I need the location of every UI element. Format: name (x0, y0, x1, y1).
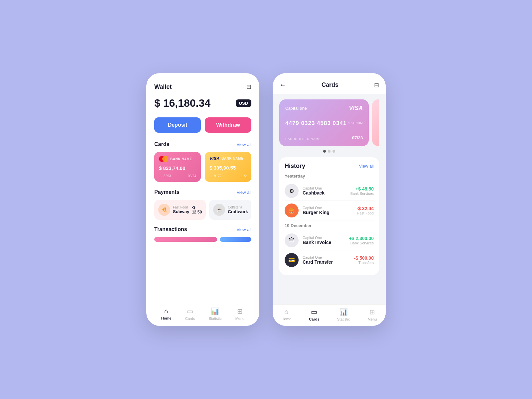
card-visa[interactable]: VISA BANK NAME $ 335,90.55 .... 9172 11/… (205, 152, 251, 182)
dot-1 (323, 150, 326, 153)
cards-content: Capital one VISA 4479 0323 4583 0341 PLA… (273, 94, 386, 304)
card2-bank: BANK NAME (221, 157, 243, 160)
card-network: VISA (349, 105, 363, 112)
cardtransfer-category: Transfers (354, 261, 374, 265)
subway-category: Fast Food (173, 205, 189, 209)
currency-badge: USD (236, 99, 251, 107)
transactions-view-all[interactable]: View all (236, 227, 251, 232)
home-icon: ⌂ (164, 307, 168, 315)
right-cards-icon: ▭ (311, 308, 317, 316)
nav-cards-label: Cards (185, 317, 195, 321)
balance-row: $ 16,180.34 USD (154, 97, 251, 109)
bar-blue (220, 237, 251, 242)
cashback-icon: ⚙ (285, 184, 299, 198)
card1-expiry: 06/24 (188, 174, 196, 178)
right-nav-menu[interactable]: ⊞ Menu (368, 308, 377, 321)
craftwork-name: Craftwork (228, 209, 248, 214)
bankinvoice-company: Capital One (303, 236, 345, 240)
right-home-icon: ⌂ (284, 308, 288, 316)
card-2-preview[interactable] (372, 99, 379, 146)
dot-3 (332, 150, 335, 153)
withdraw-button[interactable]: Withdraw (205, 117, 251, 133)
right-nav-statistic[interactable]: 📊 Statistic (337, 308, 350, 321)
payments-section-title: Payments (154, 189, 180, 195)
cards-icon: ▭ (187, 307, 193, 315)
transactions-bars (154, 237, 251, 242)
cashback-category: Bank Services (350, 192, 374, 196)
nav-menu[interactable]: ⊞ Menu (235, 307, 245, 321)
nav-cards[interactable]: ▭ Cards (185, 307, 195, 321)
card2-expiry: 11/2 (240, 174, 247, 178)
cards-section-header: Cards View all (154, 141, 251, 147)
right-statistic-icon: 📊 (339, 308, 348, 316)
card-number: 4479 0323 4583 0341 (285, 120, 346, 127)
card2-amount: $ 335,90.55 (209, 165, 247, 171)
history-view-all[interactable]: View all (359, 164, 374, 169)
payments-section-header: Payments View all (154, 189, 251, 195)
wallet-screen: Wallet ⊟ $ 16,180.34 USD Deposit Withdra… (146, 73, 259, 326)
nav-statistic[interactable]: 📊 Statistic (209, 307, 222, 321)
payments-row: 🍕 Fast Food Subway -$ 12,50 ☕ Coffeteria… (154, 200, 251, 220)
payments-view-all[interactable]: View all (236, 190, 251, 195)
card1-amount: $ 823,74.00 (159, 165, 196, 171)
subway-amount: -$ 12,50 (192, 205, 202, 214)
cardtransfer-icon: 💳 (285, 253, 299, 267)
transactions-section: Transactions View all (154, 226, 251, 242)
right-nav-home[interactable]: ⌂ Home (282, 308, 291, 321)
subway-icon: 🍕 (158, 204, 170, 216)
right-nav-cards[interactable]: ▭ Cards (309, 308, 319, 321)
cardtransfer-name: Card Transfer (303, 259, 350, 265)
history-cardtransfer: 💳 Capital One Card Transfer -$ 500.00 Tr… (285, 250, 374, 270)
right-nav-menu-label: Menu (368, 317, 377, 321)
balance-amount: $ 16,180.34 (154, 97, 210, 109)
cashback-company: Capital One (303, 186, 346, 190)
subway-name: Subway (173, 209, 189, 214)
history-burgerking: 🍔 Capital One Burger King -$ 32.44 Fast … (285, 201, 374, 220)
filter-icon[interactable]: ⊟ (246, 83, 251, 90)
cards-section-title: Cards (154, 141, 169, 147)
payment-craftwork[interactable]: ☕ Coffeteria Craftwork (209, 200, 251, 220)
bankinvoice-icon: 🏛 (285, 233, 299, 247)
burgerking-name: Burger King (303, 210, 353, 215)
big-card-container: Capital one VISA 4479 0323 4583 0341 PLA… (279, 99, 379, 146)
bankinvoice-amount: +$ 2,300.00 (349, 236, 374, 241)
screens-container: Wallet ⊟ $ 16,180.34 USD Deposit Withdra… (146, 73, 386, 326)
dot-2 (328, 150, 331, 153)
bar-pink (154, 237, 217, 242)
history-bankinvoice: 🏛 Capital One Bank Invoice +$ 2,300.00 B… (285, 231, 374, 250)
deposit-button[interactable]: Deposit (154, 117, 201, 133)
nav-menu-label: Menu (235, 317, 245, 321)
back-button[interactable]: ← (279, 81, 286, 89)
transactions-title: Transactions (154, 226, 187, 232)
history-cashback: ⚙ Capital One Cashback +$ 48.50 Bank Ser… (285, 181, 374, 201)
card-expiry: 07/23 (352, 135, 363, 140)
menu-icon: ⊞ (237, 307, 243, 315)
bottom-nav-right: ⌂ Home ▭ Cards 📊 Statistic ⊞ Menu (273, 304, 386, 326)
card1-bank: BANK NAME (170, 157, 192, 161)
mastercard-icon (159, 156, 168, 162)
payment-subway[interactable]: 🍕 Fast Food Subway -$ 12,50 (154, 200, 206, 220)
card-issuer: Capital one (285, 106, 307, 111)
right-menu-icon: ⊞ (369, 308, 375, 316)
nav-statistic-label: Statistic (209, 317, 222, 321)
nav-home[interactable]: ⌂ Home (161, 307, 172, 321)
burgerking-company: Capital One (303, 206, 353, 210)
platinum-label: PLATINUM (346, 121, 363, 125)
right-nav-home-label: Home (282, 317, 291, 321)
cashback-name: Cashback (303, 190, 346, 196)
featured-card[interactable]: Capital one VISA 4479 0323 4583 0341 PLA… (279, 99, 369, 146)
bankinvoice-category: Bank Services (349, 241, 374, 245)
statistic-icon: 📊 (211, 307, 219, 315)
history-title: History (285, 163, 305, 170)
burgerking-category: Fast Food (357, 211, 374, 215)
cashback-amount: +$ 48.50 (350, 186, 374, 192)
bankinvoice-name: Bank Invoice (303, 240, 345, 245)
right-nav-statistic-label: Statistic (337, 317, 350, 321)
transactions-section-header: Transactions View all (154, 226, 251, 232)
action-buttons: Deposit Withdraw (154, 117, 251, 133)
cards-filter-icon[interactable]: ⊟ (374, 81, 379, 89)
wallet-title: Wallet (154, 83, 172, 90)
card-mastercard[interactable]: BANK NAME $ 823,74.00 .... 8293 06/24 (154, 152, 201, 182)
cardtransfer-amount: -$ 500.00 (354, 255, 374, 261)
cards-view-all[interactable]: View all (236, 142, 251, 147)
